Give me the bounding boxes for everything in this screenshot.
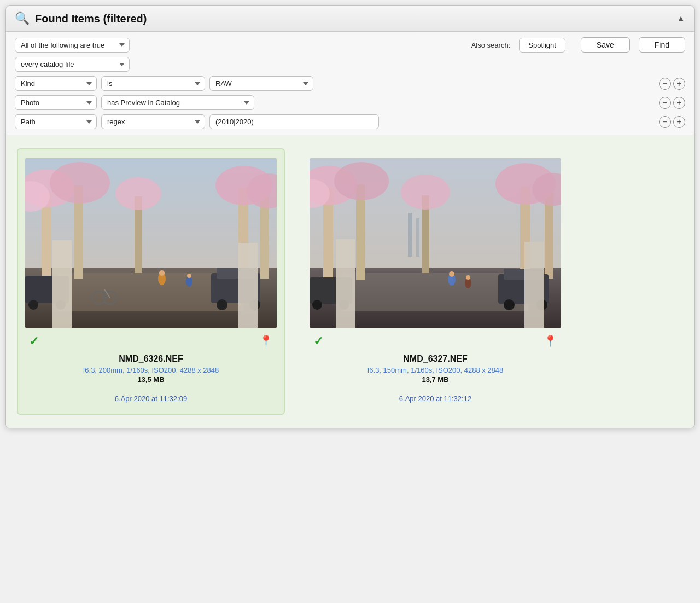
- svg-point-43: [401, 175, 450, 210]
- criterion1-remove-button[interactable]: −: [659, 78, 671, 90]
- photo-1-date: 6.Apr 2020 at 11:32:09: [115, 395, 187, 403]
- svg-rect-45: [416, 218, 419, 257]
- criterion-row-1: Kind is RAW − +: [15, 76, 685, 91]
- photo-1-size: 13,5 MB: [137, 375, 164, 384]
- pin-mark-1: 📍: [259, 334, 273, 349]
- criterion2-remove-button[interactable]: −: [659, 97, 671, 109]
- title-bar: 🔍 Found Items (filtered) ▲: [6, 6, 694, 32]
- svg-point-25: [159, 270, 165, 276]
- svg-point-36: [334, 162, 389, 200]
- criterion2-add-button[interactable]: +: [673, 97, 685, 109]
- find-button[interactable]: Find: [639, 37, 685, 53]
- svg-rect-54: [524, 242, 544, 328]
- criterion-row-2: Photo has Preview in Catalog − +: [15, 95, 685, 110]
- condition-select[interactable]: All of the following are true: [15, 38, 130, 53]
- photo-2-meta: f6.3, 150mm, 1/160s, ISO200, 4288 x 2848: [368, 366, 504, 374]
- criterion-row-3: Path regex − +: [15, 114, 685, 129]
- filter-row-1: All of the following are true Also searc…: [15, 37, 685, 53]
- photo-card-2[interactable]: ✓ 📍 NMD_6327.NEF f6.3, 150mm, 1/160s, IS…: [301, 148, 569, 415]
- svg-point-48: [504, 299, 515, 310]
- search-icon: 🔍: [15, 11, 30, 26]
- svg-point-58: [466, 275, 470, 280]
- svg-rect-29: [238, 243, 258, 328]
- svg-point-6: [50, 162, 110, 204]
- also-search-label: Also search:: [471, 41, 511, 49]
- svg-point-27: [187, 274, 191, 278]
- svg-point-19: [28, 300, 38, 310]
- scope-select[interactable]: every catalog file: [15, 57, 130, 72]
- criterion1-field-select[interactable]: Kind: [15, 76, 97, 91]
- svg-point-13: [115, 177, 161, 210]
- filter-area: All of the following are true Also searc…: [6, 32, 694, 135]
- photo-image-1: [25, 158, 277, 328]
- photo-2-indicators: ✓ 📍: [311, 333, 559, 350]
- criterion1-add-button[interactable]: +: [673, 78, 685, 90]
- results-area: ✓ 📍 NMD_6326.NEF f6.3, 200mm, 1/160s, IS…: [6, 135, 694, 428]
- svg-point-16: [217, 299, 228, 310]
- photo-2-filename: NMD_6327.NEF: [403, 354, 467, 364]
- criterion1-buttons: − +: [659, 78, 685, 90]
- criterion2-buttons: − +: [659, 97, 685, 109]
- save-button[interactable]: Save: [581, 37, 630, 53]
- main-window: 🔍 Found Items (filtered) ▲ All of the fo…: [5, 5, 695, 428]
- criterion3-add-button[interactable]: +: [673, 116, 685, 128]
- photo-1-indicators: ✓ 📍: [27, 333, 275, 350]
- photo-2-size: 13,7 MB: [422, 375, 448, 384]
- check-mark-1: ✓: [29, 334, 39, 349]
- photo-2-date: 6.Apr 2020 at 11:32:12: [399, 395, 471, 403]
- criterion3-operator-select[interactable]: regex: [101, 114, 205, 129]
- criterion2-operator-select[interactable]: has Preview in Catalog: [101, 95, 254, 110]
- spotlight-button[interactable]: Spotlight: [519, 38, 565, 53]
- criterion1-value-select[interactable]: RAW: [209, 76, 313, 91]
- criterion1-operator-select[interactable]: is: [101, 76, 205, 91]
- filter-row-2: every catalog file: [15, 57, 685, 72]
- svg-rect-44: [408, 213, 412, 257]
- criterion3-buttons: − +: [659, 116, 685, 128]
- photo-1-meta: f6.3, 200mm, 1/160s, ISO200, 4288 x 2848: [83, 366, 219, 374]
- criterion3-remove-button[interactable]: −: [659, 116, 671, 128]
- svg-rect-28: [52, 240, 72, 328]
- svg-rect-53: [336, 239, 355, 328]
- criterion3-field-select[interactable]: Path: [15, 114, 97, 129]
- photo-1-filename: NMD_6326.NEF: [119, 354, 183, 364]
- photo-card-1[interactable]: ✓ 📍 NMD_6326.NEF f6.3, 200mm, 1/160s, IS…: [17, 148, 285, 415]
- window-title: Found Items (filtered): [35, 13, 147, 25]
- criterion3-value-input[interactable]: [209, 114, 379, 129]
- criterion2-field-select[interactable]: Photo: [15, 95, 97, 110]
- svg-point-56: [449, 271, 454, 277]
- pin-mark-2: 📍: [544, 334, 557, 349]
- svg-point-51: [312, 300, 322, 310]
- check-mark-2: ✓: [313, 334, 323, 349]
- collapse-button[interactable]: ▲: [676, 14, 685, 24]
- photo-image-2: [310, 158, 561, 328]
- title-bar-left: 🔍 Found Items (filtered): [15, 11, 147, 26]
